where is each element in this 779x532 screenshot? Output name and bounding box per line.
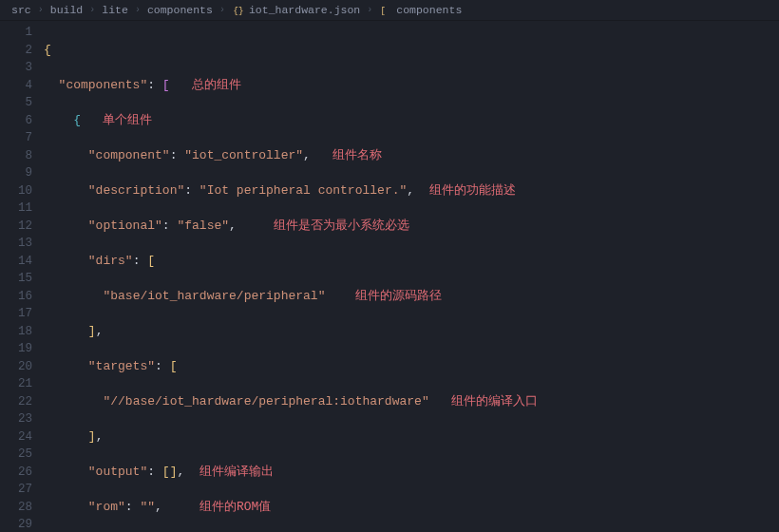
json-string: "Iot peripheral controller." — [200, 183, 407, 198]
annotation: 组件编译输出 — [200, 465, 274, 479]
crumb-symbol[interactable]: components — [396, 4, 462, 16]
breadcrumb: src › build › lite › components › {} iot… — [0, 0, 779, 21]
annotation: 组件的源码路径 — [355, 289, 442, 303]
editor: 1 2 3 4 5 6 7 8 9 10 11 12 13 14 15 16 1… — [0, 21, 779, 532]
line-number: 4 — [0, 77, 32, 95]
line-number: 18 — [0, 323, 32, 341]
line-number: 10 — [0, 182, 32, 200]
chevron-right-icon: › — [38, 5, 44, 15]
svg-text:{}: {} — [233, 7, 243, 16]
json-string: "//base/iot_hardware/peripheral:iothardw… — [103, 394, 428, 408]
line-number: 13 — [0, 235, 32, 253]
json-string: "" — [140, 500, 155, 514]
annotation: 组件的功能描述 — [429, 183, 516, 198]
line-number: 15 — [0, 270, 32, 288]
line-number: 3 — [0, 59, 32, 77]
json-key: "targets" — [88, 359, 155, 373]
json-string: "false" — [177, 218, 229, 233]
line-number: 23 — [0, 410, 32, 428]
line-number: 9 — [0, 164, 32, 182]
annotation: 单个组件 — [103, 113, 152, 127]
json-key: "description" — [88, 183, 184, 198]
crumb-build[interactable]: build — [50, 4, 84, 16]
line-number: 20 — [0, 358, 32, 376]
line-number: 1 — [0, 24, 32, 42]
line-number: 24 — [0, 428, 32, 446]
line-number: 25 — [0, 446, 32, 464]
line-number: 19 — [0, 340, 32, 358]
line-number: 2 — [0, 42, 32, 60]
line-number: 12 — [0, 218, 32, 236]
line-number: 21 — [0, 375, 32, 393]
annotation: 总的组件 — [192, 78, 241, 92]
chevron-right-icon: › — [135, 5, 141, 15]
json-array-icon: [ ] — [379, 5, 390, 16]
line-number: 16 — [0, 288, 32, 306]
line-number: 17 — [0, 305, 32, 323]
line-number: 26 — [0, 464, 32, 482]
annotation: 组件的编译入口 — [451, 394, 538, 408]
json-key: "optional" — [88, 218, 162, 233]
line-number: 5 — [0, 94, 32, 112]
chevron-right-icon: › — [367, 5, 372, 15]
crumb-components[interactable]: components — [147, 4, 213, 16]
annotation: 组件的ROM值 — [200, 500, 271, 514]
json-string: "base/iot_hardware/peripheral" — [103, 289, 325, 303]
annotation: 组件是否为最小系统必选 — [274, 218, 409, 233]
line-number: 7 — [0, 129, 32, 147]
line-number: 8 — [0, 147, 32, 165]
line-number: 29 — [0, 516, 32, 532]
line-number: 6 — [0, 112, 32, 130]
line-number: 11 — [0, 200, 32, 218]
line-number: 14 — [0, 253, 32, 271]
json-string: "iot_controller" — [184, 148, 303, 162]
crumb-src[interactable]: src — [11, 4, 31, 16]
crumb-lite[interactable]: lite — [102, 4, 128, 16]
svg-text:[ ]: [ ] — [381, 7, 391, 16]
chevron-right-icon: › — [219, 5, 225, 15]
line-number: 27 — [0, 481, 32, 499]
json-braces-icon: {} — [232, 5, 243, 16]
crumb-file[interactable]: iot_hardware.json — [249, 4, 360, 16]
json-key: "output" — [88, 465, 147, 479]
line-number: 28 — [0, 499, 32, 517]
json-key: "component" — [88, 148, 170, 162]
json-key: "components" — [59, 78, 148, 92]
line-number: 22 — [0, 393, 32, 411]
code-area[interactable]: { "components": [ 总的组件 { 单个组件 "component… — [44, 21, 779, 532]
chevron-right-icon: › — [89, 5, 95, 15]
annotation: 组件名称 — [332, 148, 382, 162]
json-key: "rom" — [88, 500, 125, 514]
json-key: "dirs" — [88, 254, 133, 268]
gutter: 1 2 3 4 5 6 7 8 9 10 11 12 13 14 15 16 1… — [0, 21, 44, 532]
